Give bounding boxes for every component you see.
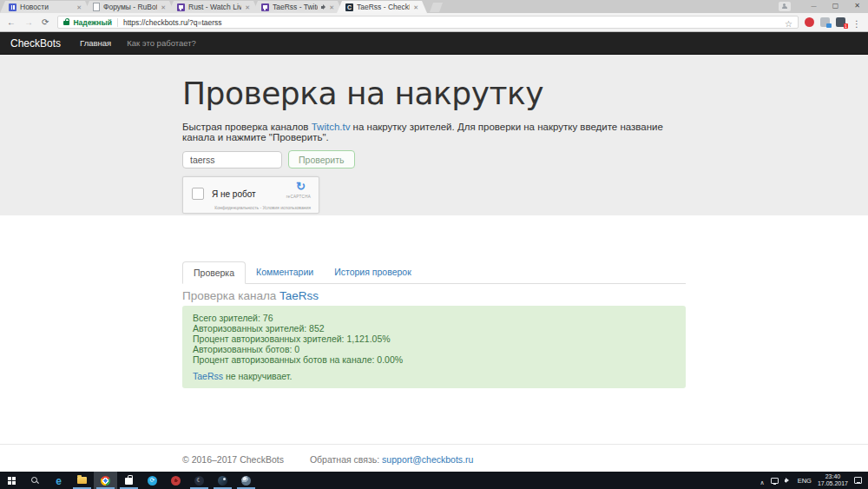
page-title: Проверка на накрутку <box>182 76 686 111</box>
notifier-extension-icon[interactable]: 1 <box>836 17 845 27</box>
description-prefix: Быстрая проверка каналов <box>182 122 312 132</box>
tab-title: Новости <box>20 3 73 11</box>
recaptcha-brand: reCAPTCHA <box>286 195 311 199</box>
check-form: Проверить <box>182 150 686 169</box>
security-chip[interactable]: Надежный <box>73 18 112 27</box>
site-brand[interactable]: CheckBots <box>10 37 61 50</box>
feedback-line: Обратная связь: support@checkbots.ru <box>310 454 473 465</box>
proxy-extension-icon[interactable] <box>820 17 830 27</box>
checkbots-favicon-icon <box>345 3 353 11</box>
volume-icon[interactable] <box>785 477 792 484</box>
check-button[interactable]: Проверить <box>288 150 355 169</box>
adblock-extension-icon[interactable] <box>805 17 814 27</box>
browser-tab[interactable]: TaeRss - Twitch <box>253 1 343 13</box>
taskbar-explorer-button[interactable] <box>70 472 94 489</box>
tray-date: 17.05.2017 <box>818 480 848 487</box>
feedback-label: Обратная связь: <box>310 454 382 465</box>
minimize-button[interactable] <box>803 0 825 12</box>
channel-link[interactable]: TaeRss <box>279 289 319 302</box>
tab-close-icon[interactable] <box>329 3 334 11</box>
tab-close-icon[interactable] <box>161 3 166 11</box>
taskbar-chrome-button[interactable] <box>94 472 117 489</box>
browser-tab[interactable]: Новости <box>0 1 90 13</box>
network-icon[interactable] <box>771 478 779 484</box>
recaptcha-logo-icon <box>296 180 306 193</box>
taskbar-browser-button[interactable] <box>234 472 258 489</box>
page-viewport: CheckBots Главная Как это работает? Пров… <box>0 32 868 472</box>
twitch-link[interactable]: Twitch.tv <box>312 122 351 132</box>
secure-lock-icon[interactable] <box>63 21 69 25</box>
language-indicator[interactable]: ENG <box>798 477 812 485</box>
channel-input[interactable] <box>182 151 282 169</box>
tab-close-icon[interactable] <box>76 3 82 11</box>
verdict-line: TaeRss не накручивает. <box>193 371 675 381</box>
verdict-channel-link[interactable]: TaeRss <box>193 371 223 381</box>
tab-audio-icon[interactable] <box>321 4 327 10</box>
tray-time: 23:40 <box>818 473 848 480</box>
maximize-button[interactable] <box>825 0 846 12</box>
hero-section: Проверка на накрутку Быстрая проверка ка… <box>0 55 868 215</box>
tab-history[interactable]: История проверок <box>324 261 422 284</box>
search-icon <box>31 477 39 485</box>
taskbar-app1-button[interactable] <box>141 472 164 489</box>
browser-menu-button[interactable] <box>852 15 861 30</box>
close-button[interactable] <box>846 0 868 12</box>
forward-button[interactable] <box>24 18 33 27</box>
store-bag-icon <box>125 478 133 485</box>
new-tab-button[interactable] <box>430 3 443 12</box>
start-button[interactable] <box>0 472 23 489</box>
extension-badge: 1 <box>844 23 848 29</box>
browser-toolbar: Надежный https://checkbots.ru/?q=taerss … <box>0 13 868 32</box>
tab-comments[interactable]: Комментарии <box>246 261 324 284</box>
browser-tab[interactable]: Форумы - RuBot.OVH Fo <box>84 1 174 13</box>
stat-authorized-bots: Авторизованных ботов: 0 <box>193 344 675 354</box>
tab-close-icon[interactable] <box>245 3 250 11</box>
site-footer: © 2016–2017 CheckBots Обратная связь: su… <box>0 444 868 472</box>
stat-total-viewers: Всего зрителей: 76 <box>193 313 675 323</box>
tab-title: TaeRss - CheckBots <box>357 3 410 11</box>
back-button[interactable] <box>7 18 16 27</box>
nav-how-it-works-link[interactable]: Как это работает? <box>127 38 196 48</box>
recaptcha-checkbox[interactable] <box>192 188 204 200</box>
globe-icon <box>241 476 251 486</box>
clock[interactable]: 23:40 17.05.2017 <box>818 473 848 487</box>
action-center-icon[interactable] <box>854 477 862 484</box>
tab-check[interactable]: Проверка <box>182 261 246 284</box>
windows-taskbar: ENG 23:40 17.05.2017 <box>0 472 868 489</box>
site-navbar: CheckBots Главная Как это работает? <box>0 32 868 55</box>
stat-authorized-percent: Процент авторизованных зрителей: 1,121.0… <box>193 334 675 344</box>
tab-close-icon[interactable] <box>413 3 418 11</box>
omnibox-separator <box>117 18 118 27</box>
taskbar-steam-button[interactable] <box>211 472 234 489</box>
taskbar-app3-button[interactable] <box>187 472 211 489</box>
browser-tab[interactable]: Rust - Watch Live Strea <box>168 1 259 13</box>
steam-icon <box>218 476 227 486</box>
nav-home-link[interactable]: Главная <box>80 38 111 48</box>
bookmark-star-icon[interactable] <box>785 15 792 30</box>
recaptcha-terms[interactable]: Конфиденциальность - Условия использован… <box>214 205 311 210</box>
red-app-icon <box>171 476 181 486</box>
taskbar-search-button[interactable] <box>23 472 47 489</box>
tab-title: Форумы - RuBot.OVH Fo <box>103 3 157 11</box>
hero-description: Быстрая проверка каналов Twitch.tv на на… <box>182 122 686 142</box>
copyright-text: © 2016–2017 CheckBots <box>182 454 284 465</box>
browser-tab-active[interactable]: TaeRss - CheckBots <box>337 1 427 13</box>
url-text[interactable]: https://checkbots.ru/?q=taerss <box>123 18 222 27</box>
taskbar-store-button[interactable] <box>117 472 141 489</box>
browser-tabstrip: Новости Форумы - RuBot.OVH Fo Rust - Wat… <box>0 0 868 13</box>
tray-expand-chevron-icon[interactable] <box>760 472 765 488</box>
support-email-link[interactable]: support@checkbots.ru <box>382 454 473 465</box>
twitch-favicon-icon <box>177 3 185 11</box>
twitch-favicon-icon <box>261 3 269 11</box>
reload-button[interactable] <box>42 18 49 27</box>
taskbar-edge-button[interactable] <box>47 472 70 489</box>
tab-title: Rust - Watch Live Strea <box>188 3 241 11</box>
verdict-text: не накручивает. <box>223 371 292 381</box>
recaptcha-widget: Я не робот reCAPTCHA Конфиденциальность … <box>182 176 319 214</box>
address-bar[interactable]: Надежный https://checkbots.ru/?q=taerss <box>57 16 799 29</box>
stat-bots-percent: Процент авторизованных ботов на канале: … <box>193 354 675 365</box>
window-controls <box>779 0 868 12</box>
taskbar-app2-button[interactable] <box>164 472 187 489</box>
profile-avatar-icon[interactable] <box>779 2 791 11</box>
document-favicon-icon <box>93 3 100 11</box>
